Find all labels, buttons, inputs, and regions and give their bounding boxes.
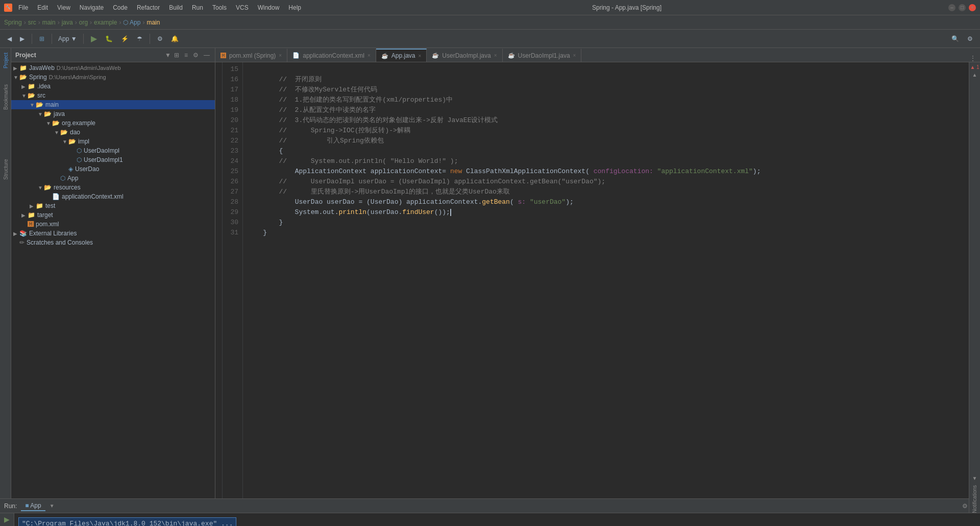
project-hide-btn[interactable]: — bbox=[203, 51, 211, 60]
breadcrumb-main[interactable]: main bbox=[42, 19, 56, 26]
folder-icon: 📂 bbox=[68, 138, 76, 145]
tree-target[interactable]: ▶ 📁 target bbox=[11, 210, 215, 220]
tree-java[interactable]: ▼ 📂 java bbox=[11, 109, 215, 118]
tree-idea[interactable]: ▶ 📁 .idea bbox=[11, 82, 215, 91]
menu-tools[interactable]: Tools bbox=[208, 3, 231, 12]
menu-window[interactable]: Window bbox=[254, 3, 284, 12]
warning-badge[interactable]: ▲ 1 bbox=[970, 64, 979, 70]
settings-button[interactable]: ⚙ bbox=[154, 34, 166, 43]
folder-icon: 📂 bbox=[44, 184, 52, 191]
breadcrumb-src[interactable]: src bbox=[28, 19, 36, 26]
tab-app[interactable]: ☕ App.java × bbox=[376, 49, 427, 62]
title-bar-controls: – □ × bbox=[948, 4, 976, 11]
tab-userdaoimpl1[interactable]: ☕ UserDaoImpl1.java × bbox=[503, 49, 582, 62]
tab-close-userdaoimpl[interactable]: × bbox=[494, 53, 497, 58]
folder-icon: 📂 bbox=[52, 119, 60, 127]
menu-navigate[interactable]: Navigate bbox=[76, 3, 108, 12]
tree-userdao[interactable]: ▶ ◈ UserDao bbox=[11, 164, 215, 174]
tree-org-example[interactable]: ▼ 📂 org.example bbox=[11, 118, 215, 128]
menu-view[interactable]: View bbox=[53, 3, 75, 12]
folder-icon: 📁 bbox=[28, 83, 35, 90]
breadcrumb-java[interactable]: java bbox=[62, 19, 73, 26]
bookmarks-icon[interactable]: Bookmarks bbox=[1, 92, 11, 102]
breadcrumb-org[interactable]: org bbox=[79, 19, 88, 26]
tree-app[interactable]: ▶ ⬡ App bbox=[11, 174, 215, 183]
profile-button[interactable]: ⚡ bbox=[118, 34, 132, 43]
settings-gear[interactable]: ⚙ bbox=[964, 34, 976, 43]
maximize-button[interactable]: □ bbox=[959, 4, 966, 11]
run-settings-btn[interactable]: ⚙ bbox=[962, 503, 968, 510]
java-file-icon: ⬡ bbox=[77, 156, 82, 163]
tree-resources[interactable]: ▼ 📂 resources bbox=[11, 183, 215, 192]
tree-scratches[interactable]: ▶ ✏ Scratches and Consoles bbox=[11, 238, 215, 247]
scroll-down-btn[interactable]: ▼ bbox=[972, 475, 977, 481]
notifications-button[interactable]: 🔔 bbox=[168, 34, 182, 43]
menu-vcs[interactable]: VCS bbox=[232, 3, 253, 12]
menu-edit[interactable]: Edit bbox=[33, 3, 52, 12]
breadcrumb-spring[interactable]: Spring bbox=[4, 19, 22, 26]
tree-impl[interactable]: ▼ 📂 impl bbox=[11, 137, 215, 146]
debug-button[interactable]: 🐛 bbox=[102, 34, 116, 43]
close-button[interactable]: × bbox=[969, 4, 976, 11]
menu-run[interactable]: Run bbox=[188, 3, 207, 12]
project-settings-btn[interactable]: ⚙ bbox=[192, 51, 200, 60]
breadcrumb-app[interactable]: ⬡ App bbox=[123, 19, 140, 26]
main-layout: Project Bookmarks Structure Project ▼ ⊞ … bbox=[0, 48, 980, 498]
run-toolbar: ▶ ■ ⤓ ↵ 🖨 🗑 bbox=[0, 513, 14, 526]
tab-close-pom[interactable]: × bbox=[279, 53, 282, 58]
run-config-dropdown[interactable]: App ▼ bbox=[56, 35, 79, 42]
window-title: Spring - App.java [Spring] bbox=[592, 4, 662, 11]
tab-userdaoimpl[interactable]: ☕ UserDaoImpl.java × bbox=[427, 49, 502, 62]
toolbar-recent-files[interactable]: ⊞ bbox=[36, 34, 47, 43]
code-editor[interactable]: 1516171819 2021222324 2526272829 3031 //… bbox=[215, 62, 980, 498]
run-tab[interactable]: ■ App bbox=[21, 501, 45, 511]
tree-userdaoimpl[interactable]: ▶ ⬡ UserDaoImpl bbox=[11, 146, 215, 155]
tab-close-userdaoimpl1[interactable]: × bbox=[573, 53, 576, 58]
java-file-icon: ⬡ bbox=[77, 147, 82, 154]
scroll-up-btn[interactable]: ▲ bbox=[972, 72, 977, 78]
run-button[interactable]: ▶ bbox=[88, 33, 100, 44]
tree-pom[interactable]: ▶ 🅼 pom.xml bbox=[11, 220, 215, 229]
menu-refactor[interactable]: Refactor bbox=[133, 3, 164, 12]
app-logo: 🔧 bbox=[4, 4, 12, 12]
project-scope-btn[interactable]: ⊞ bbox=[173, 51, 180, 60]
notifications-panel[interactable]: Notifications bbox=[972, 485, 977, 513]
tab-appcontext[interactable]: 📄 applicationContext.xml × bbox=[287, 49, 376, 62]
tab-pom[interactable]: 🅼 pom.xml (Spring) × bbox=[215, 49, 287, 62]
tree-src[interactable]: ▼ 📂 src bbox=[11, 91, 215, 100]
menu-code[interactable]: Code bbox=[109, 3, 132, 12]
project-collapse-btn[interactable]: ≡ bbox=[183, 51, 189, 60]
project-icon[interactable]: Project bbox=[1, 50, 11, 70]
right-sidebar-icons: ▲ 1 ▲ ▼ Notifications bbox=[969, 62, 980, 513]
tree-dao[interactable]: ▼ 📂 dao bbox=[11, 128, 215, 137]
tab-close-appcontext[interactable]: × bbox=[368, 53, 371, 58]
minimize-button[interactable]: – bbox=[948, 4, 955, 11]
structure-icon[interactable]: Structure bbox=[1, 164, 11, 175]
left-sidebar-icons: Project Bookmarks Structure bbox=[0, 48, 11, 498]
folder-icon: 📂 bbox=[19, 74, 27, 81]
menu-help[interactable]: Help bbox=[284, 3, 305, 12]
tabs-more-button[interactable]: ⋮ bbox=[966, 55, 980, 62]
tree-javaweb[interactable]: ▶ 📁 JavaWeb D:\Users\Admin\JavaWeb bbox=[11, 63, 215, 73]
tree-external-libs[interactable]: ▶ 📚 External Libraries bbox=[11, 229, 215, 238]
run-panel: Run: ■ App ▼ ⚙ — ▶ ■ ⤓ ↵ 🖨 🗑 "C:\Program… bbox=[0, 498, 980, 526]
tree-main[interactable]: ▼ 📂 main bbox=[11, 100, 215, 109]
tree-test[interactable]: ▶ 📁 test bbox=[11, 201, 215, 210]
tree-userdaoimpl1[interactable]: ▶ ⬡ UserDaoImpl1 bbox=[11, 155, 215, 164]
toolbar-back[interactable]: ◀ bbox=[4, 34, 15, 43]
folder-icon: 📂 bbox=[60, 129, 68, 136]
search-everywhere-button[interactable]: 🔍 bbox=[948, 34, 962, 43]
toolbar-forward[interactable]: ▶ bbox=[17, 34, 28, 43]
breadcrumb-method[interactable]: main bbox=[146, 19, 160, 26]
code-content-area[interactable]: // 开闭原则 // 不修改MyServlet任何代码 // 1.把创建的类名写… bbox=[243, 62, 969, 498]
line-numbers: 1516171819 2021222324 2526272829 3031 bbox=[223, 62, 243, 498]
coverage-button[interactable]: ☂ bbox=[134, 34, 145, 43]
menu-build[interactable]: Build bbox=[165, 3, 187, 12]
menu-file[interactable]: File bbox=[14, 3, 32, 12]
breadcrumb-example[interactable]: example bbox=[94, 19, 117, 26]
tab-close-app[interactable]: × bbox=[418, 53, 421, 59]
tree-spring[interactable]: ▼ 📂 Spring D:\Users\Admin\Spring bbox=[11, 73, 215, 82]
run-rerun-btn[interactable]: ▶ bbox=[4, 515, 10, 523]
app-tab-icon: ☕ bbox=[381, 53, 388, 59]
tree-applicationcontext[interactable]: ▶ 📄 applicationContext.xml bbox=[11, 192, 215, 201]
